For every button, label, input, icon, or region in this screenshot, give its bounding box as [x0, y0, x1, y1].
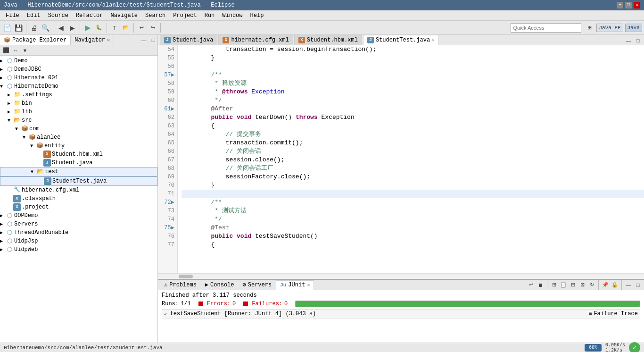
panel-maximize-btn[interactable]: □ — [149, 36, 157, 44]
horizontal-scrollbar[interactable] — [158, 273, 644, 279]
h-scrollbar-thumb[interactable] — [179, 275, 193, 278]
tree-item-lib[interactable]: ▶ 📁 lib — [0, 108, 157, 116]
tab-close-icon[interactable]: ✕ — [432, 38, 434, 43]
tab-console[interactable]: ▶ Console — [201, 280, 239, 290]
bottom-pin-btn[interactable]: 📌 — [601, 281, 610, 289]
bottom-scroll-lock-btn[interactable]: 🔒 — [611, 281, 619, 289]
editor-minimize-btn[interactable]: — — [624, 36, 633, 45]
toolbar-back[interactable]: ◀ — [56, 23, 66, 33]
tab-servers[interactable]: ⚙ Servers — [239, 280, 276, 290]
panel-minimize-btn[interactable]: — — [140, 36, 148, 44]
junit-tab-close-icon[interactable]: ✕ — [307, 282, 310, 288]
tree-item-student-hbm[interactable]: ▶ X Student.hbm.xml — [0, 150, 157, 159]
toolbar-forward[interactable]: ▶ — [67, 23, 77, 33]
menu-help[interactable]: Help — [247, 11, 268, 20]
link-with-editor-btn[interactable]: ↔ — [11, 46, 20, 55]
tree-item-hibernate-cfg[interactable]: ▶ 🔧 hibernate.cfg.xml — [0, 186, 157, 194]
tree-item-settings[interactable]: ▶ 📁 .settings — [0, 91, 157, 99]
progress-fill — [296, 301, 640, 307]
menu-search[interactable]: Search — [141, 11, 169, 20]
bottom-maximize-btn[interactable]: □ — [634, 281, 642, 289]
project-icon: ⬡ — [6, 237, 13, 245]
bottom-refresh-btn[interactable]: ↻ — [587, 281, 596, 289]
bottom-history-btn[interactable]: 📋 — [559, 281, 568, 289]
tree-item-demo[interactable]: ▶ ⬡ Demo — [0, 57, 157, 65]
tree-arrow: ▶ — [0, 58, 6, 64]
menu-navigate[interactable]: Navigate — [107, 11, 141, 20]
tree-item-demojdbc[interactable]: ▶ ⬡ DemoJDBC — [0, 65, 157, 74]
tab-studenttest-java[interactable]: J StudentTest.java ✕ — [363, 35, 439, 45]
line-70: 70 — [158, 181, 174, 190]
bottom-rerun-btn[interactable]: ↩ — [527, 281, 535, 289]
sep — [621, 280, 622, 290]
tree-item-src[interactable]: ▼ 📂 src — [0, 116, 157, 125]
toolbar-save[interactable]: 💾 — [13, 23, 24, 33]
navigator-close-icon[interactable]: ✕ — [107, 37, 110, 43]
tree-item-test[interactable]: ▼ 📂 test — [0, 167, 157, 176]
tab-junit[interactable]: Ju JUnit ✕ — [276, 280, 314, 290]
menu-window[interactable]: Window — [218, 11, 246, 20]
bottom-minimize-btn[interactable]: — — [624, 281, 633, 289]
bottom-orient-btn[interactable]: ⊠ — [578, 281, 586, 289]
tree-item-servers[interactable]: ▶ ⬡ Servers — [0, 220, 157, 228]
toolbar-run[interactable]: ▶ — [83, 23, 93, 33]
junit-test-item[interactable]: ✔ testSaveStudent [Runner: JUnit 4] (3.0… — [162, 309, 640, 318]
code-line-73: * 测试方法 — [182, 207, 644, 215]
tree-item-student-java[interactable]: ▶ J Student.java — [0, 159, 157, 167]
toolbar-new[interactable]: 📄 — [2, 23, 12, 33]
tree-item-hibernate001[interactable]: ▶ ⬡ Hibernate_001 — [0, 74, 157, 82]
toolbar-perspective-icon[interactable]: ⊞ — [584, 23, 594, 33]
sep — [598, 280, 599, 290]
editor-content[interactable]: 54 55 56 57▶ 58 59 60 61▶ 62 63 64 65 66… — [158, 45, 644, 273]
menu-edit[interactable]: Edit — [23, 11, 44, 20]
menu-file[interactable]: File — [2, 11, 23, 20]
toolbar-prev-edit[interactable]: ↩ — [136, 23, 147, 33]
toolbar-search[interactable]: 🔍 — [40, 23, 50, 33]
tab-navigator[interactable]: Navigator ✕ — [71, 35, 114, 45]
tab-hibernate-cfg[interactable]: X hibernate.cfg.xml — [218, 35, 293, 45]
perspective-java[interactable]: Java — [625, 24, 642, 32]
tab-problems-label: Problems — [169, 282, 197, 288]
tab-package-explorer[interactable]: 📦 Package Explorer — [0, 35, 71, 45]
quick-access-input[interactable] — [511, 23, 581, 33]
menu-run[interactable]: Run — [201, 11, 219, 20]
menu-source[interactable]: Source — [44, 11, 72, 20]
toolbar-debug[interactable]: 🐛 — [94, 23, 104, 33]
tree-item-uidpweb[interactable]: ▶ ⬡ UidpWeb — [0, 245, 157, 254]
tree-item-project-file[interactable]: ▶ X .project — [0, 203, 157, 211]
tab-problems[interactable]: ⚠ Problems — [160, 280, 201, 290]
tree-label: Student.hbm.xml — [52, 151, 103, 158]
bottom-stop-btn[interactable]: ⏹ — [536, 281, 545, 289]
menu-project[interactable]: Project — [169, 11, 200, 20]
tree-item-bin[interactable]: ▶ 📁 bin — [0, 99, 157, 108]
tab-student-java[interactable]: J Student.java — [160, 35, 217, 45]
status-right: 68% 0.05K/s 1.2K/s ✓ — [585, 342, 640, 352]
tree-item-uidpjsp[interactable]: ▶ ⬡ UidpJsp — [0, 237, 157, 245]
tree-item-classpath[interactable]: ▶ X .classpath — [0, 194, 157, 203]
tree-item-alanlee[interactable]: ▼ 📦 alanlee — [0, 133, 157, 142]
tree-item-com[interactable]: ▼ 📦 com — [0, 125, 157, 133]
tree-item-studenttest[interactable]: ▶ J StudentTest.java — [0, 176, 157, 186]
folder-icon: 📁 — [13, 91, 21, 99]
bottom-layout-btn[interactable]: ⊟ — [569, 281, 577, 289]
editor-maximize-btn[interactable]: □ — [634, 36, 642, 45]
tab-student-hbm[interactable]: X Student.hbm.xml — [294, 35, 362, 45]
toolbar-next-edit[interactable]: ↪ — [148, 23, 158, 33]
minimize-button[interactable]: − — [617, 2, 623, 8]
tree-label: StudentTest.java — [52, 178, 107, 184]
bottom-filter-btn[interactable]: ⊞ — [550, 281, 558, 289]
toolbar-print[interactable]: 🖨 — [29, 23, 39, 33]
view-menu-btn[interactable]: ▼ — [21, 46, 29, 55]
maximize-button[interactable]: □ — [625, 2, 632, 8]
toolbar-open-type[interactable]: T — [109, 23, 120, 33]
close-button[interactable]: ✕ — [634, 2, 640, 8]
code-area[interactable]: transaction = session.beginTransaction()… — [178, 45, 644, 273]
tree-item-oopdemo[interactable]: ▶ ⬡ OOPDemo — [0, 211, 157, 220]
tree-item-hibernatedemo[interactable]: ▼ ⬡ HibernateDemo — [0, 82, 157, 91]
tree-item-threadandrunable[interactable]: ▶ ⬡ ThreadAndRunable — [0, 228, 157, 237]
toolbar-open-resource[interactable]: 📂 — [121, 23, 131, 33]
tree-item-entity[interactable]: ▼ 📦 entity — [0, 142, 157, 150]
collapse-all-btn[interactable]: ⬛ — [2, 46, 10, 55]
perspective-java-ee[interactable]: Java EE — [596, 24, 623, 32]
menu-refactor[interactable]: Refactor — [72, 11, 107, 20]
